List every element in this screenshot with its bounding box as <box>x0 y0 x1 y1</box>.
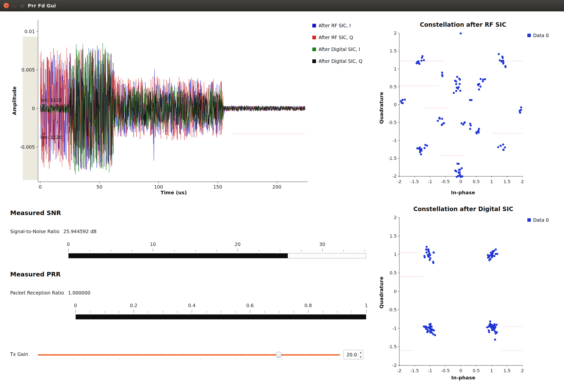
spin-up-icon[interactable]: ▲ <box>358 350 363 355</box>
scale-label: 0.8 <box>304 303 312 308</box>
scale-tick <box>163 311 163 313</box>
legend-label: After RF SIC, Q <box>319 35 353 40</box>
slider-tick <box>84 359 85 361</box>
prr-scale: 00.20.40.60.81 <box>75 303 366 314</box>
scale-tick <box>323 311 323 313</box>
slider-tick <box>340 359 340 361</box>
scale-tick <box>250 310 250 313</box>
scale-label: 0 <box>74 303 77 308</box>
slider-tick <box>189 359 189 361</box>
scale-tick <box>352 311 352 313</box>
slider-tick <box>305 359 305 361</box>
rf-constellation-xlabel: In-phase <box>451 190 475 196</box>
scale-tick <box>68 249 69 252</box>
tx-gain-slider-track[interactable] <box>38 354 340 356</box>
time-plot-xlabel: Time (us) <box>161 190 187 196</box>
scale-tick <box>265 311 265 313</box>
scale-tick <box>153 249 153 252</box>
time-plot-canvas[interactable] <box>15 15 312 196</box>
prr-progress-bar <box>75 314 366 319</box>
scale-label: 0.6 <box>246 303 254 308</box>
scale-tick <box>217 250 217 252</box>
scale-tick <box>294 311 294 313</box>
legend-item: After RF SIC, Q <box>312 35 362 40</box>
legend-item: After Digital SIC, Q <box>312 58 362 64</box>
tx-gain-spinbox[interactable]: 20.0 ▲ ▼ <box>343 350 363 359</box>
slider-tick <box>143 359 143 361</box>
scale-label: 20 <box>235 242 241 247</box>
titlebar: ✕ – □ Prr Fd Gui <box>0 0 564 11</box>
slider-tick <box>224 359 224 361</box>
slider-tick <box>38 359 38 361</box>
scale-tick <box>343 250 344 252</box>
legend-swatch <box>312 48 316 51</box>
digital-constellation-ylabel: Quadrature <box>378 276 384 309</box>
digital-constellation-canvas[interactable] <box>389 212 537 385</box>
legend-label: After Digital SIC, I <box>319 47 360 52</box>
scale-tick <box>259 250 259 252</box>
scale-tick <box>366 310 367 313</box>
time-plot-legend: After RF SIC, IAfter RF SIC, QAfter Digi… <box>312 23 362 70</box>
tx-gain-value[interactable]: 20.0 <box>344 350 358 359</box>
prr-label: Packet Reception Ratio <box>10 290 64 295</box>
scale-label: 1 <box>365 303 368 308</box>
spinner-buttons: ▲ ▼ <box>358 350 363 359</box>
scale-label: 10 <box>150 242 156 247</box>
digital-constellation-xlabel: In-phase <box>451 375 475 381</box>
prr-progress-fill <box>76 315 366 319</box>
minimize-button[interactable]: – <box>11 3 17 8</box>
snr-value: 25.944592 dB <box>63 229 97 234</box>
scale-tick <box>192 310 192 313</box>
scale-tick <box>279 311 279 313</box>
slider-tick <box>235 359 236 361</box>
slider-tick <box>119 359 120 361</box>
slider-tick <box>49 359 50 361</box>
slider-tick <box>259 359 259 361</box>
slider-tick <box>200 359 201 361</box>
scale-tick <box>90 250 90 252</box>
scale-label: 0.2 <box>130 303 137 308</box>
slider-tick <box>108 359 108 361</box>
scale-tick <box>308 310 308 313</box>
legend-item: After RF SIC, I <box>312 23 362 28</box>
slider-tick <box>177 359 178 361</box>
slider-tick <box>247 359 247 361</box>
snr-metric-row: Signal-to-Noise Ratio25.944592 dB <box>10 229 97 234</box>
scale-tick <box>177 311 177 313</box>
scale-tick <box>111 250 111 252</box>
legend-swatch <box>312 24 316 27</box>
close-button[interactable]: ✕ <box>3 3 9 8</box>
slider-tick <box>61 359 61 361</box>
scale-tick <box>206 311 207 313</box>
rf-constellation-ylabel: Quadrature <box>378 92 384 124</box>
scale-label: 0.4 <box>188 303 196 308</box>
legend-swatch <box>312 36 316 39</box>
scale-tick <box>75 310 76 313</box>
scale-tick <box>235 311 236 313</box>
snr-scale: 0102030 <box>68 242 366 253</box>
window-title: Prr Fd Gui <box>28 0 56 11</box>
tx-gain-label: Tx Gain <box>10 351 28 357</box>
tx-gain-slider-handle[interactable] <box>276 352 282 358</box>
rf-constellation-canvas[interactable] <box>389 27 537 193</box>
scale-tick <box>301 250 301 252</box>
scale-tick <box>221 311 221 313</box>
spin-down-icon[interactable]: ▼ <box>358 355 363 359</box>
slider-tick <box>131 359 131 361</box>
maximize-button[interactable]: □ <box>19 3 25 8</box>
scale-tick <box>238 249 238 252</box>
scale-label: 0 <box>67 242 70 247</box>
scale-tick <box>134 310 134 313</box>
slider-tick <box>317 359 317 361</box>
slider-tick <box>166 359 166 361</box>
legend-label: After RF SIC, I <box>319 23 351 28</box>
scale-tick <box>322 249 322 252</box>
slider-tick <box>328 359 329 361</box>
scale-tick <box>174 250 174 252</box>
legend-label: After Digital SIC, Q <box>319 58 362 64</box>
slider-tick <box>96 359 96 361</box>
snr-heading: Measured SNR <box>10 209 61 217</box>
legend-item: After Digital SIC, I <box>312 47 362 52</box>
slider-tick <box>294 359 294 361</box>
scale-label: 30 <box>319 242 325 247</box>
